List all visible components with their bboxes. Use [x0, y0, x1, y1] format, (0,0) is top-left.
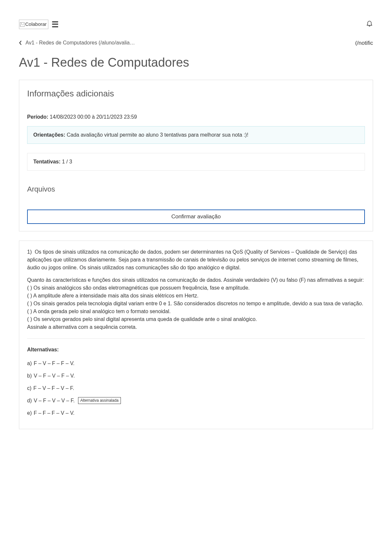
periodo-line: Período: 14/08/2023 00:00 à 20/11/2023 2…	[27, 113, 365, 121]
periodo-label: Período:	[27, 114, 48, 120]
alternative-item[interactable]: e)F – F – F – V – V.	[27, 409, 365, 417]
confirm-button[interactable]: Confirmar avaliação	[27, 210, 365, 224]
alternative-item[interactable]: c)F – V – F – V – F.	[27, 384, 365, 392]
brand-label: Colaborar	[25, 21, 47, 28]
alternative-text: V – F – V – V – F.	[34, 397, 74, 405]
brand-group: Colaborar ☰	[19, 20, 59, 29]
alternative-item[interactable]: d)V – F – V – V – F.Alternativa assinala…	[27, 397, 365, 405]
alternatives-heading: Alternativas:	[27, 346, 365, 354]
question-number: 1)	[27, 249, 32, 255]
svg-rect-0	[20, 22, 24, 26]
divider	[27, 338, 365, 339]
hamburger-icon[interactable]: ☰	[52, 21, 59, 28]
brand-logo[interactable]: Colaborar	[19, 20, 48, 29]
question-stmt4: ( ) A onda gerada pelo sinal analógico t…	[27, 309, 171, 314]
tentativas-label: Tentativas:	[33, 159, 60, 164]
crumb-row: Av1 - Redes de Computadores (/aluno/aval…	[19, 39, 373, 47]
bell-icon[interactable]	[366, 20, 373, 29]
topbar: Colaborar ☰	[19, 20, 373, 29]
orientacoes-box: Orientações: Cada avaliação virtual perm…	[27, 126, 365, 144]
orientacoes-label: Orientações:	[33, 132, 65, 138]
question-closing: Assinale a alternativa com a sequência c…	[27, 324, 137, 330]
question-stmt3: ( ) Os sinais gerados pela tecnologia di…	[27, 301, 363, 306]
alternative-text: V – F – V – F – V.	[34, 372, 75, 380]
page-title: Av1 - Redes de Computadores	[19, 53, 373, 72]
chevron-left-icon	[19, 41, 22, 45]
periodo-value: 14/08/2023 00:00 à 20/11/2023 23:59	[48, 114, 137, 120]
alternative-key: d)	[27, 397, 32, 405]
question-para2: Quanto às características e funções dos …	[27, 277, 364, 283]
alternative-key: e)	[27, 409, 32, 417]
alternative-text: F – V – F – V – F.	[33, 384, 74, 392]
question-stmt2: ( ) A amplitude afere a intensidade mais…	[27, 293, 199, 298]
question-stmt1: ( ) Os sinais analógicos são ondas eletr…	[27, 285, 250, 291]
svg-point-1	[21, 23, 22, 24]
alternative-key: c)	[27, 384, 31, 392]
selected-badge: Alternativa assinalada	[78, 397, 121, 404]
alternatives-list: a)F – V – F – F – V.b)V – F – V – F – V.…	[27, 360, 365, 417]
arquivos-heading: Arquivos	[27, 184, 365, 194]
tentativas-value: 1 / 3	[60, 159, 72, 164]
info-card: Informações adicionais Período: 14/08/20…	[19, 80, 373, 231]
question-para1: Os tipos de sinais utilizados na comunic…	[27, 249, 358, 270]
alternative-item[interactable]: b)V – F – V – F – V.	[27, 372, 365, 380]
alternative-key: b)	[27, 372, 32, 380]
question-card: 1) Os tipos de sinais utilizados na comu…	[19, 241, 373, 429]
alternative-text: F – F – F – V – V.	[34, 409, 74, 417]
alternative-key: a)	[27, 360, 32, 367]
breadcrumb-text: Av1 - Redes de Computadores (/aluno/aval…	[25, 39, 135, 47]
info-heading: Informações adicionais	[27, 87, 365, 100]
question-stmt5: ( ) Os serviços gerados pelo sinal digit…	[27, 316, 257, 322]
question-text: 1) Os tipos de sinais utilizados na comu…	[27, 248, 365, 331]
notific-link[interactable]: (/notific	[355, 39, 373, 47]
breadcrumb[interactable]: Av1 - Redes de Computadores (/aluno/aval…	[19, 39, 135, 47]
orientacoes-value: Cada avaliação virtual permite ao aluno …	[65, 132, 248, 138]
tentativas-box: Tentativas: 1 / 3	[27, 153, 365, 171]
alternative-text: F – V – F – F – V.	[34, 360, 74, 367]
alternative-item[interactable]: a)F – V – F – F – V.	[27, 360, 365, 367]
broken-image-icon	[20, 22, 24, 27]
